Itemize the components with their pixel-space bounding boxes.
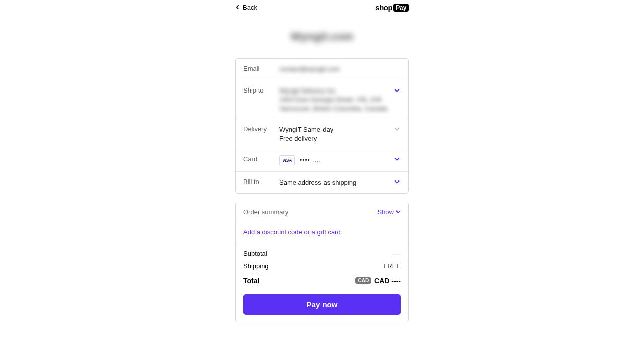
- row-ship-to[interactable]: Ship to Wyngit Delivery Inc. 1453 East G…: [236, 80, 408, 119]
- delivery-method: WyngIT Same-day: [279, 125, 393, 134]
- shipping-label: Shipping: [243, 262, 269, 270]
- row-bill-to[interactable]: Bill to Same address as shipping: [236, 171, 408, 193]
- shop-pay-pay: Pay: [393, 4, 409, 12]
- subtotal-label: Subtotal: [243, 250, 267, 257]
- email-value: contact@wyngit.com: [279, 65, 393, 74]
- back-label: Back: [243, 4, 257, 11]
- pay-now-button[interactable]: Pay now: [243, 294, 401, 315]
- bill-value: Same address as shipping: [279, 178, 393, 187]
- card-label: Card: [243, 155, 279, 163]
- back-button[interactable]: Back: [235, 0, 257, 15]
- show-label: Show: [377, 208, 394, 216]
- shipping-value: FREE: [383, 262, 401, 270]
- chevron-down-icon: [396, 208, 401, 216]
- total-label: Total: [243, 277, 259, 285]
- card-value: VISA •••• ....: [279, 155, 393, 165]
- delivery-value: WyngIT Same-day Free delivery: [279, 125, 393, 143]
- chevron-down-icon: [393, 125, 401, 132]
- delivery-label: Delivery: [243, 125, 279, 133]
- merchant-title: Wyngit.com: [291, 30, 353, 43]
- ship-label: Ship to: [243, 86, 279, 94]
- ship-value: Wyngit Delivery Inc. 1453 East Georgia S…: [279, 86, 393, 113]
- checkout-info-card: Email contact@wyngit.com Ship to Wyngit …: [235, 58, 409, 194]
- shop-pay-logo: shop Pay: [375, 0, 409, 15]
- delivery-cost: Free delivery: [279, 134, 393, 143]
- bill-label: Bill to: [243, 178, 279, 186]
- chevron-left-icon: [235, 4, 240, 11]
- total-currency: CAD: [374, 277, 389, 285]
- add-discount-link[interactable]: Add a discount code or a gift card: [236, 222, 408, 242]
- row-card[interactable]: Card VISA •••• ....: [236, 149, 408, 171]
- total-value: ----: [391, 277, 401, 285]
- show-summary-button[interactable]: Show: [377, 208, 401, 216]
- email-label: Email: [243, 65, 279, 72]
- currency-badge: CAD: [355, 277, 371, 284]
- order-summary-card: Order summary Show Add a discount code o…: [235, 202, 409, 322]
- order-summary-title: Order summary: [243, 208, 288, 216]
- card-mask: •••• ....: [300, 156, 321, 164]
- chevron-down-icon: [393, 86, 401, 93]
- visa-badge: VISA: [279, 155, 295, 165]
- chevron-down-icon: [393, 178, 401, 185]
- chevron-down-icon: [393, 155, 401, 162]
- row-email: Email contact@wyngit.com: [236, 59, 408, 80]
- subtotal-value: ----: [392, 250, 401, 257]
- shop-pay-shop: shop: [375, 3, 392, 12]
- row-delivery: Delivery WyngIT Same-day Free delivery: [236, 119, 408, 149]
